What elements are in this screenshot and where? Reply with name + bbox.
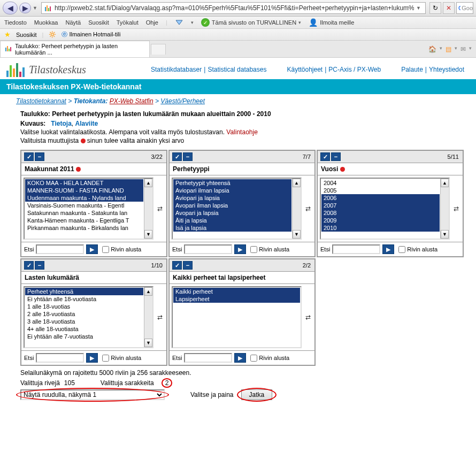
list-item[interactable]: Uudenmaan maakunta - Nylands land — [25, 194, 143, 202]
row-start-checkbox-label[interactable]: Rivin alusta — [102, 246, 141, 253]
view-mode-select[interactable]: Näytä ruudulla, näkymä 1 — [20, 389, 165, 400]
row-start-checkbox[interactable] — [250, 246, 257, 253]
scroll-up-icon[interactable]: ▲ — [144, 179, 152, 187]
tab-active[interactable]: Taulukko: Perheet perhetyypin ja lasten … — [0, 41, 150, 57]
values-listbox[interactable]: KOKO MAA - HELA LANDETMANNER-SUOMI - FAS… — [24, 178, 153, 240]
menu-help[interactable]: Ohje — [146, 19, 158, 26]
list-item[interactable]: 4+ alle 18-vuotiasta — [25, 325, 143, 333]
values-listbox[interactable]: 2004200520062007200820092010▲▼ — [320, 178, 450, 240]
list-item[interactable]: Perheet yhteensä — [25, 288, 143, 295]
swap-icon[interactable]: ⇄ — [153, 205, 164, 212]
menu-file[interactable]: Tiedosto — [4, 19, 27, 26]
list-item[interactable]: 2006 — [321, 194, 440, 202]
link-tietoja[interactable]: Tietoja — [51, 120, 71, 127]
list-item[interactable]: Äiti ja lapsia — [173, 217, 291, 224]
link-statistical-databases[interactable]: Statistical databases — [208, 66, 266, 73]
link-valintaohje[interactable]: Valintaohje — [226, 128, 258, 136]
favorites-label[interactable]: Suosikit — [16, 32, 37, 38]
scroll-down-icon[interactable]: ▼ — [144, 339, 152, 347]
link-alaviite[interactable]: Alaviite — [75, 120, 98, 127]
scroll-up-icon[interactable]: ▲ — [293, 179, 301, 187]
crumb-path[interactable]: Väestö/Perheet — [160, 97, 205, 105]
list-item[interactable]: Perhetyypit yhteensä — [173, 179, 291, 187]
search-go-button[interactable]: ▶ — [234, 244, 246, 254]
search-go-button[interactable]: ▶ — [234, 353, 246, 363]
list-item[interactable]: 2004 — [321, 179, 440, 187]
list-item[interactable]: MANNER-SUOMI - FASTA FINLAND — [25, 187, 143, 194]
mail-icon[interactable]: ✉ — [460, 45, 466, 53]
forward-button[interactable]: ▶ — [19, 3, 31, 13]
list-item[interactable]: Aviopari ja lapsia — [173, 194, 291, 202]
home-icon[interactable]: 🏠 — [428, 45, 436, 53]
list-item[interactable]: 2008 — [321, 209, 440, 217]
link-statistikdatabaser[interactable]: Statistikdatabaser — [151, 66, 202, 73]
list-item[interactable]: 2 alle 18-vuotiasta — [25, 310, 143, 318]
search-go-button[interactable]: ▶ — [382, 244, 394, 254]
swap-icon[interactable]: ⇄ — [302, 205, 312, 212]
scroll-down-icon[interactable]: ▼ — [441, 230, 449, 239]
list-item[interactable]: Lapsiperheet — [173, 295, 300, 303]
search-go-button[interactable]: ▶ — [86, 353, 98, 363]
back-button[interactable]: ◀ — [3, 2, 18, 14]
row-start-checkbox[interactable] — [102, 246, 109, 253]
crumb-root[interactable]: Tilastotietokannat — [16, 97, 66, 105]
new-tab-button[interactable] — [151, 44, 166, 55]
values-listbox[interactable]: Perheet yhteensäEi yhtään alle 18-vuotia… — [24, 286, 153, 348]
menu-edit[interactable]: Muokkaa — [34, 19, 58, 26]
search-input[interactable] — [184, 244, 232, 254]
search-go-button[interactable]: ▶ — [86, 244, 98, 254]
url-input[interactable] — [55, 4, 414, 12]
row-start-checkbox-label[interactable]: Rivin alusta — [250, 355, 289, 362]
menu-tools[interactable]: Työkalut — [117, 19, 139, 26]
select-all-button[interactable]: ✓ — [24, 152, 34, 161]
stop-button[interactable]: ✕ — [443, 2, 455, 14]
list-item[interactable]: 3 alle 18-vuotiasta — [25, 318, 143, 325]
list-item[interactable]: 2005 — [321, 187, 440, 194]
link-yhteystiedot[interactable]: Yhteystiedot — [429, 66, 464, 73]
address-bar[interactable]: ▼ — [41, 2, 426, 14]
list-item[interactable]: Pirkanmaan maakunta - Birkalands lan — [25, 224, 143, 232]
scrollbar[interactable]: ▲▼ — [292, 179, 301, 239]
deselect-all-button[interactable]: − — [183, 261, 193, 270]
report-button[interactable]: 👤 Ilmoita meille — [309, 18, 354, 27]
row-start-checkbox[interactable] — [250, 355, 257, 362]
suggested-sites-icon[interactable]: 🔆 — [49, 31, 56, 38]
scroll-up-icon[interactable]: ▲ — [144, 287, 152, 296]
values-listbox[interactable]: Perhetyypit yhteensäAviopari ilman lapsi… — [172, 178, 302, 240]
list-item[interactable]: Varsinais-Suomen maakunta - Egentl — [25, 202, 143, 209]
row-start-checkbox-label[interactable]: Rivin alusta — [102, 355, 141, 362]
crumb-db[interactable]: PX-Web Statfin — [110, 97, 153, 105]
list-item[interactable]: Satakunnan maakunta - Satakunta lan — [25, 209, 143, 217]
list-item[interactable]: Avopari ja lapsia — [173, 209, 291, 217]
continue-button[interactable]: Jatka — [241, 389, 273, 400]
list-item[interactable]: Aviopari ilman lapsia — [173, 187, 291, 194]
link-kayttoohjeet[interactable]: Käyttöohjeet — [287, 66, 323, 73]
list-item[interactable]: 2007 — [321, 202, 440, 209]
menu-view[interactable]: Näytä — [65, 19, 81, 26]
deselect-all-button[interactable]: − — [35, 152, 44, 161]
row-start-checkbox[interactable] — [102, 355, 109, 362]
values-listbox[interactable]: Kaikki perheetLapsiperheet — [172, 286, 302, 348]
list-item[interactable]: KOKO MAA - HELA LANDET — [25, 179, 143, 187]
list-item[interactable]: 2010 — [321, 224, 440, 232]
deselect-all-button[interactable]: − — [183, 152, 193, 161]
search-input[interactable] — [184, 353, 232, 363]
select-all-button[interactable]: ✓ — [24, 261, 34, 270]
link-pcaxis[interactable]: PC-Axis / PX-Web — [328, 66, 381, 73]
scroll-up-icon[interactable]: ▲ — [441, 179, 449, 187]
swap-icon[interactable]: ⇄ — [450, 205, 460, 212]
row-start-checkbox-label[interactable]: Rivin alusta — [398, 246, 437, 253]
menu-favorites[interactable]: Suosikit — [88, 19, 109, 26]
row-start-checkbox-label[interactable]: Rivin alusta — [250, 246, 289, 253]
search-input[interactable] — [36, 244, 84, 254]
swap-icon[interactable]: ⇄ — [153, 313, 164, 321]
scrollbar[interactable]: ▲▼ — [144, 179, 152, 239]
list-item[interactable]: Kaikki perheet — [173, 288, 300, 295]
select-all-button[interactable]: ✓ — [172, 261, 182, 270]
search-box[interactable]: G Goo — [456, 2, 473, 14]
list-item[interactable]: Isä ja lapsia — [173, 224, 291, 232]
refresh-button[interactable]: ↻ — [429, 2, 441, 14]
scrollbar[interactable]: ▲▼ — [440, 179, 449, 239]
scrollbar[interactable]: ▲▼ — [144, 287, 152, 347]
deselect-all-button[interactable]: − — [331, 152, 341, 161]
